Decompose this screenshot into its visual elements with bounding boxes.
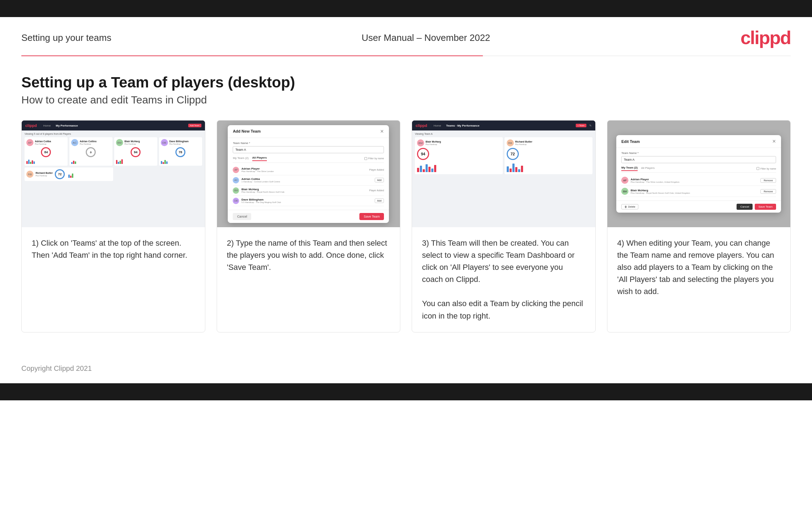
cards-container: clippd Home My Performance Add Team View… [0,120,812,354]
ss1-handicap-2: 0 [86,147,96,157]
ss3-player-card-1: BM Blair McHarg Plus Handicap 94 [415,137,503,174]
cancel-button[interactable]: Cancel [233,213,251,220]
ss1-richard-club: Plus Handicap [36,175,53,177]
logo: clippd [740,27,791,48]
top-bar [0,0,812,17]
card-2-text: 2) Type the name of this Team and then s… [217,227,400,332]
modal-close-icon[interactable]: ✕ [380,129,384,134]
ss3-add-team-btn[interactable]: + Team [576,124,586,127]
tab-my-team[interactable]: My Team (2) [233,156,248,161]
document-title: User Manual – November 2022 [362,32,490,43]
card-3-text-2: You can also edit a Team by clicking the… [422,299,583,320]
ss3-player-name-2: Richard Butler [515,140,532,143]
delete-team-button[interactable]: 🗑 Delete [621,204,638,209]
save-team-button[interactable]: Save Team [359,213,384,220]
ss1-avatar-3: BM [116,139,123,146]
ss1-bars-3 [116,158,155,164]
edit-filter-by-name: Filter by name [756,167,776,170]
modal-player-club-3: Plus Handicap · Royal North Devon Golf C… [241,191,369,193]
edit-tab-all-players[interactable]: All Players [641,166,655,171]
ss3-avatar-2: RB [507,139,514,146]
edit-filter-label: Filter by name [760,167,776,170]
ss1-handicap-4: 78 [175,147,185,157]
page-title: Setting up a Team of players (desktop) [21,74,791,91]
ss1-subtitle: Viewing 5 out of 8 players from All Play… [25,133,202,135]
edit-team-name-input[interactable] [621,156,776,163]
ss1-bars-2 [71,158,111,164]
edit-tab-my-team[interactable]: My Team (2) [621,166,638,171]
screenshot-2: Add New Team ✕ Team Name * My Team (2) A… [217,121,400,227]
ss1-avatar-2: AC [71,139,78,146]
ss1-player-club-3: Plus Handicap [125,143,140,145]
modal-footer: Cancel Save Team [228,210,389,223]
ss1-player-name-1: Adrian Coliba [35,140,51,143]
screenshot-1: clippd Home My Performance Add Team View… [22,121,205,227]
ss1-player-name-3: Blair McHarg [125,140,140,143]
edit-cancel-button[interactable]: Cancel [737,204,753,210]
ss3-logo: clippd [416,123,427,128]
modal-player-info-3: Blair McHarg Plus Handicap · Royal North… [241,188,369,193]
page-subtitle: How to create and edit Teams in Clippd [21,94,791,106]
edit-player-info-2: Blair McHarg Plus Handicap · Royal North… [631,189,760,194]
ss1-handicap-3: 94 [131,147,141,157]
ss1-handicap-1: 84 [41,147,51,157]
ss3-bars-1 [417,161,501,172]
modal-player-club-1: Plus Handicap · The Shire London [241,170,369,172]
ss1-richard-bars [68,172,73,178]
ss1-player-card-1: AP Adrian Coliba Plus Handicap 84 [25,137,68,166]
ss3-pencil-icon[interactable]: ✎ [589,124,592,127]
edit-filter-checkbox[interactable] [756,167,759,170]
document-section: Setting up your teams [21,32,111,43]
screenshot-4: Edit Team ✕ Team Name * My Team (2) All … [607,121,791,227]
modal-player-info-4: Dave Billingham 5.5 Handicap · The Dog M… [241,198,374,203]
ss1-player-card-3: BM Blair McHarg Plus Handicap 94 [114,137,157,166]
ss1-player-card-2: AC Adrian Collins Plus Handicap 0 [69,137,112,166]
edit-team-modal: Edit Team ✕ Team Name * My Team (2) All … [616,135,781,213]
edit-save-team-button[interactable]: Save Team [755,204,776,210]
edit-player-club-2: Plus Handicap · Royal North Devon Golf C… [631,192,760,194]
edit-modal-tabs: My Team (2) All Players Filter by name [621,166,776,173]
filter-checkbox[interactable] [364,157,367,160]
modal-player-add-btn-2[interactable]: Add [375,178,384,182]
filter-label: Filter by name [368,157,384,160]
card-3: clippd Home Teams · My Performance + Tea… [412,120,596,332]
modal-body: Team Name * My Team (2) All Players Filt… [228,138,389,210]
ss1-bars-4 [161,158,200,164]
modal-player-avatar-1: AP [233,167,239,173]
team-name-input[interactable] [233,146,384,153]
ss1-add-team-btn[interactable]: Add Team [188,124,201,127]
ss1-player-name-2: Adrian Collins [80,140,96,143]
screenshot-3: clippd Home Teams · My Performance + Tea… [412,121,595,227]
card-3-text: 3) This Team will then be created. You c… [412,227,595,332]
modal-player-club-2: 1 Handicap · Central London Golf Centre [241,181,374,183]
ss1-richard-card: RB Richard Butler Plus Handicap 72 [25,167,113,181]
modal-player-info-2: Adrian Coliba 1 Handicap · Central Londo… [241,177,374,183]
modal-player-add-btn-4[interactable]: Add [375,198,384,203]
modal-player-item-3: BM Blair McHarg Plus Handicap · Royal No… [233,186,384,196]
modal-player-item-4: DB Dave Billingham 5.5 Handicap · The Do… [233,196,384,206]
modal-tabs: My Team (2) All Players Filter by name [233,156,384,163]
card-3-text-1: 3) This Team will then be created. You c… [422,239,575,284]
edit-player-info-1: Adrian Player Plus Handicap · The Shire … [631,178,760,183]
ss3-nav-teams: Teams · My Performance [445,123,481,128]
remove-player-1-button[interactable]: Remove [760,178,776,183]
edit-modal-close-icon[interactable]: ✕ [772,139,776,144]
modal-player-list: AP Adrian Player Plus Handicap · The Shi… [233,165,384,206]
edit-player-item-2: BM Blair McHarg Plus Handicap · Royal No… [621,186,776,197]
ss1-avatar-4: DB [161,139,168,146]
edit-player-avatar-2: BM [621,188,628,195]
ss1-player-card-4: DB Dave Billingham Plus Handicap 78 [159,137,202,166]
ss3-handicap-1: 94 [417,148,429,160]
footer: Copyright Clippd 2021 [0,354,812,383]
tab-all-players[interactable]: All Players [252,156,267,161]
modal-player-club-4: 5.5 Handicap · The Dog Maging Golf Club [241,201,374,203]
ss3-avatar-1: BM [417,139,424,146]
edit-modal-players: AP Adrian Player Plus Handicap · The Shi… [621,175,776,197]
modal-header: Add New Team ✕ [228,125,389,138]
remove-player-2-button[interactable]: Remove [760,189,776,194]
edit-player-avatar-1: AP [621,177,628,184]
edit-player-club-1: Plus Handicap · The Shire London, United… [631,181,760,183]
modal-player-info-1: Adrian Player Plus Handicap · The Shire … [241,167,369,172]
ss3-nav-home: Home [432,123,442,128]
edit-modal-body: Team Name * My Team (2) All Players Filt… [616,148,781,201]
